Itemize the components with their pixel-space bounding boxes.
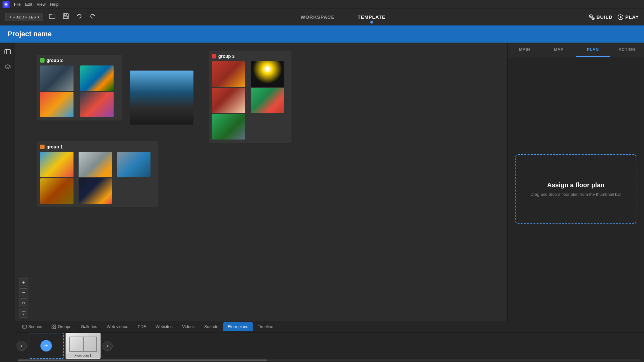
play-label: PLAY (625, 14, 639, 20)
group1-img4[interactable] (40, 178, 74, 204)
filter-button[interactable] (19, 309, 28, 318)
pdf-tab-label: PDF (138, 324, 146, 329)
center-image[interactable] (130, 71, 193, 125)
svg-rect-15 (23, 325, 26, 328)
group2-color (40, 58, 45, 63)
thumb-prev-button[interactable]: ‹ (17, 341, 27, 351)
sidebar-scenes-icon[interactable] (2, 46, 14, 58)
group1-img1[interactable] (40, 152, 74, 177)
group2-img2[interactable] (80, 65, 114, 91)
group3-color (212, 54, 216, 58)
scrollbar-thumb (18, 359, 267, 361)
group3-img1[interactable] (212, 61, 245, 87)
undo-button[interactable] (74, 12, 84, 22)
left-sidebar (0, 43, 15, 362)
tab-action[interactable]: ACTION (610, 43, 644, 57)
zoom-in-button[interactable]: + (19, 278, 28, 287)
bottom-tab-videos[interactable]: Videos (178, 322, 199, 331)
project-title: Project name (8, 30, 52, 38)
group-box-3: group 3 (209, 51, 291, 143)
tab-workspace[interactable]: WORKSPACE (289, 12, 346, 22)
videos-tab-label: Videos (182, 324, 195, 329)
group1-img2[interactable] (79, 152, 112, 177)
bottom-tab-webvideos[interactable]: Web videos (102, 322, 133, 331)
floor-plan-drop-zone[interactable]: Assign a floor plan Drag and drop a floo… (515, 154, 636, 224)
websites-tab-label: Websites (156, 324, 172, 329)
add-files-label: + ADD FILES (13, 15, 36, 19)
bottom-tab-sounds[interactable]: Sounds (200, 322, 223, 331)
group2-img1[interactable] (40, 65, 74, 91)
tab-template[interactable]: TEMPLATE (346, 12, 397, 22)
group3-img4[interactable] (251, 88, 284, 113)
bottom-tab-floorplans[interactable]: Floor plans (223, 322, 253, 331)
panel-tabs: MAIN MAP PLAN ACTION (508, 43, 644, 57)
menu-bar: File Edit View Help (0, 0, 644, 9)
toolbar-right: BUILD PLAY (589, 14, 639, 20)
webvideos-tab-label: Web videos (107, 324, 128, 329)
menu-help[interactable]: Help (50, 2, 59, 7)
group2-name: group 2 (46, 58, 63, 63)
group1-img5[interactable] (79, 178, 112, 204)
svg-point-7 (592, 18, 594, 19)
redo-button[interactable] (88, 12, 97, 22)
menu-view[interactable]: View (37, 2, 46, 7)
tab-plan[interactable]: PLAN (576, 43, 610, 57)
menu-edit[interactable]: Edit (25, 2, 32, 7)
group3-name: group 3 (218, 54, 234, 59)
svg-rect-17 (52, 325, 53, 326)
group3-img3[interactable] (212, 88, 245, 113)
panel-content: Assign a floor plan Drag and drop a floo… (508, 57, 644, 321)
toolbar-center: WORKSPACE TEMPLATE (101, 12, 585, 22)
svg-rect-2 (64, 14, 66, 16)
bottom-tab-pdf[interactable]: PDF (133, 322, 150, 331)
build-label: BUILD (597, 14, 613, 20)
svg-rect-20 (54, 327, 56, 329)
floorplans-tab-label: Floor plans (228, 324, 248, 329)
build-button[interactable]: BUILD (589, 14, 613, 20)
menu-file[interactable]: File (14, 2, 21, 7)
floor-plan-thumb-label: Floor plan 1 (66, 353, 100, 358)
add-files-button[interactable]: + + ADD FILES ▾ (5, 13, 43, 21)
group2-images (40, 65, 119, 117)
scrollbar-track[interactable] (18, 359, 641, 361)
play-button[interactable]: PLAY (618, 14, 639, 20)
open-folder-button[interactable] (47, 12, 57, 22)
bottom-tab-timeline[interactable]: Timeline (253, 322, 278, 331)
add-icon: + (40, 340, 52, 352)
save-button[interactable] (61, 12, 71, 22)
group1-img3[interactable] (117, 152, 150, 177)
thumb-next-button[interactable]: › (102, 341, 113, 351)
floor-plan-thumbnail-1[interactable]: Floor plan 1 (66, 333, 101, 359)
group3-img2[interactable] (251, 61, 284, 87)
group3-img5[interactable] (212, 114, 245, 140)
svg-marker-9 (620, 16, 622, 18)
group1-name: group 1 (46, 144, 63, 149)
main-content: group 2 grou (0, 43, 644, 362)
content-area: group 2 grou (15, 43, 644, 362)
bottom-tab-scenes[interactable]: Scenes (18, 322, 46, 331)
zoom-out-button[interactable]: − (19, 288, 28, 297)
zoom-fit-button[interactable]: ⊙ (19, 298, 28, 307)
group2-img3[interactable] (40, 92, 74, 117)
scenes-tab-label: Scenes (28, 324, 42, 329)
bottom-tab-galleries[interactable]: Galleries (76, 322, 102, 331)
timeline-tab-label: Timeline (258, 324, 273, 329)
add-thumbnail-button[interactable]: + (29, 333, 64, 359)
bottom-tab-websites[interactable]: Websites (151, 322, 177, 331)
svg-rect-3 (64, 16, 68, 18)
svg-rect-18 (54, 325, 56, 326)
bottom-tab-groups[interactable]: Groups (47, 322, 76, 331)
tab-main[interactable]: MAIN (508, 43, 542, 57)
group-box-2: group 2 (37, 55, 122, 120)
app-logo (3, 1, 10, 8)
sounds-tab-label: Sounds (204, 324, 218, 329)
tab-map[interactable]: MAP (542, 43, 576, 57)
group-box-1: group 1 (37, 141, 158, 207)
project-title-bar: Project name (0, 25, 644, 43)
galleries-tab-label: Galleries (81, 324, 97, 329)
sidebar-layers-icon[interactable] (2, 61, 14, 73)
group2-img4[interactable] (80, 92, 114, 117)
content-middle: group 2 grou (15, 43, 644, 321)
right-panel: MAIN MAP PLAN ACTION Assign a floor plan… (507, 43, 644, 321)
bottom-bar: Scenes Groups Galleries Web videos PDF W… (15, 321, 644, 362)
